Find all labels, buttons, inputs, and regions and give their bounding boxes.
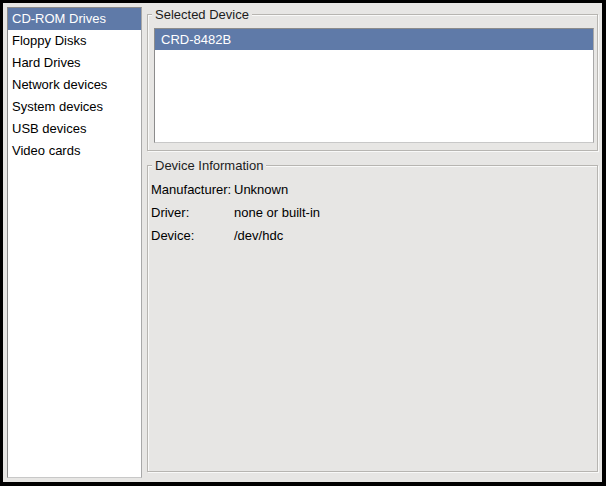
device-category-list[interactable]: CD-ROM DrivesFloppy DisksHard DrivesNetw… bbox=[7, 7, 142, 478]
info-field-label: Device: bbox=[151, 224, 234, 247]
info-field-value: Unknown bbox=[234, 178, 320, 201]
selected-device-list[interactable]: CRD-8482B bbox=[154, 28, 594, 143]
category-list-item[interactable]: CD-ROM Drives bbox=[8, 8, 141, 30]
device-information-frame-title: Device Information bbox=[152, 158, 266, 173]
category-list-item[interactable]: Video cards bbox=[8, 140, 141, 162]
selected-device-frame-title: Selected Device bbox=[152, 7, 252, 22]
device-list-item[interactable]: CRD-8482B bbox=[155, 29, 593, 50]
hardware-browser-window: CD-ROM DrivesFloppy DisksHard DrivesNetw… bbox=[0, 0, 606, 486]
category-list-item[interactable]: System devices bbox=[8, 96, 141, 118]
info-field-value: /dev/hdc bbox=[234, 224, 320, 247]
selected-device-frame: Selected Device CRD-8482B bbox=[147, 14, 598, 151]
category-list-item[interactable]: Floppy Disks bbox=[8, 30, 141, 52]
info-field-label: Manufacturer: bbox=[151, 178, 234, 201]
category-list-item[interactable]: USB devices bbox=[8, 118, 141, 140]
category-list-item[interactable]: Hard Drives bbox=[8, 52, 141, 74]
info-field-value: none or built-in bbox=[234, 201, 320, 224]
category-list-item[interactable]: Network devices bbox=[8, 74, 141, 96]
info-field-label: Driver: bbox=[151, 201, 234, 224]
device-information-fields: Manufacturer:UnknownDriver:none or built… bbox=[151, 178, 320, 247]
device-information-frame: Device Information Manufacturer:UnknownD… bbox=[147, 165, 598, 472]
